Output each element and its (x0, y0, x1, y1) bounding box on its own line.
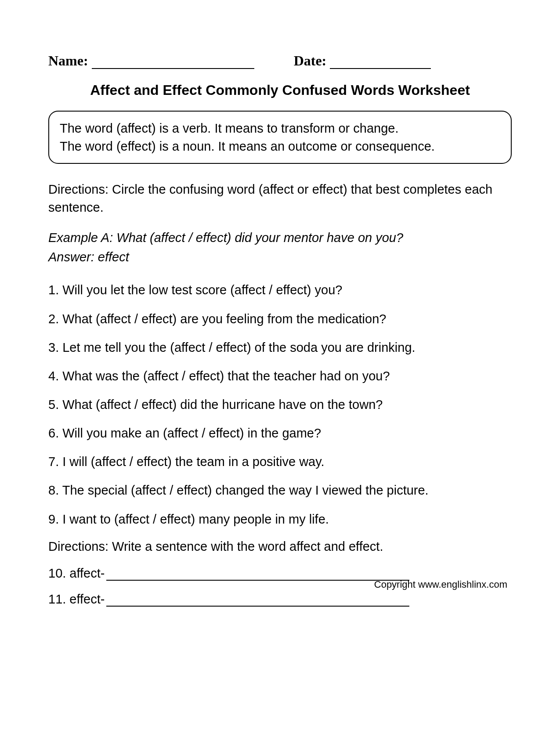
name-label: Name: (48, 53, 88, 69)
definition-line-1: The word (affect) is a verb. It means to… (60, 119, 500, 137)
directions-1: Directions: Circle the confusing word (a… (48, 181, 512, 216)
worksheet-page: Name: Date: Affect and Effect Commonly C… (0, 0, 560, 644)
example-answer: Answer: effect (48, 248, 512, 267)
question-item: 7. I will (affect / effect) the team in … (48, 453, 512, 470)
write-input-line[interactable] (106, 593, 409, 606)
write-item: 10. affect- (48, 566, 512, 581)
definition-line-2: The word (effect) is a noun. It means an… (60, 137, 500, 155)
example-question: Example A: What (affect / effect) did yo… (48, 228, 512, 248)
question-item: 6. Will you make an (affect / effect) in… (48, 425, 512, 442)
date-label: Date: (294, 53, 327, 69)
write-item: 11. effect- (48, 592, 512, 607)
question-item: 4. What was the (affect / effect) that t… (48, 368, 512, 385)
worksheet-title: Affect and Effect Commonly Confused Word… (48, 82, 512, 98)
write-label: 10. affect- (48, 566, 105, 581)
definition-box: The word (affect) is a verb. It means to… (48, 111, 512, 164)
name-field-block: Name: (48, 53, 254, 69)
question-item: 3. Let me tell you the (affect / effect)… (48, 339, 512, 356)
example-block: Example A: What (affect / effect) did yo… (48, 228, 512, 267)
question-item: 1. Will you let the low test score (affe… (48, 282, 512, 299)
date-input-line[interactable] (330, 54, 431, 69)
question-item: 8. The special (affect / effect) changed… (48, 482, 512, 499)
header-row: Name: Date: (48, 53, 512, 69)
question-item: 2. What (affect / effect) are you feelin… (48, 311, 512, 328)
question-item: 5. What (affect / effect) did the hurric… (48, 396, 512, 413)
question-item: 9. I want to (affect / effect) many peop… (48, 511, 512, 528)
date-field-block: Date: (294, 53, 431, 69)
directions-2: Directions: Write a sentence with the wo… (48, 539, 512, 554)
name-input-line[interactable] (92, 54, 254, 69)
write-label: 11. effect- (48, 592, 105, 607)
write-input-line[interactable] (106, 567, 409, 580)
question-list: 1. Will you let the low test score (affe… (48, 282, 512, 528)
copyright-text: Copyright www.englishlinx.com (374, 579, 507, 590)
